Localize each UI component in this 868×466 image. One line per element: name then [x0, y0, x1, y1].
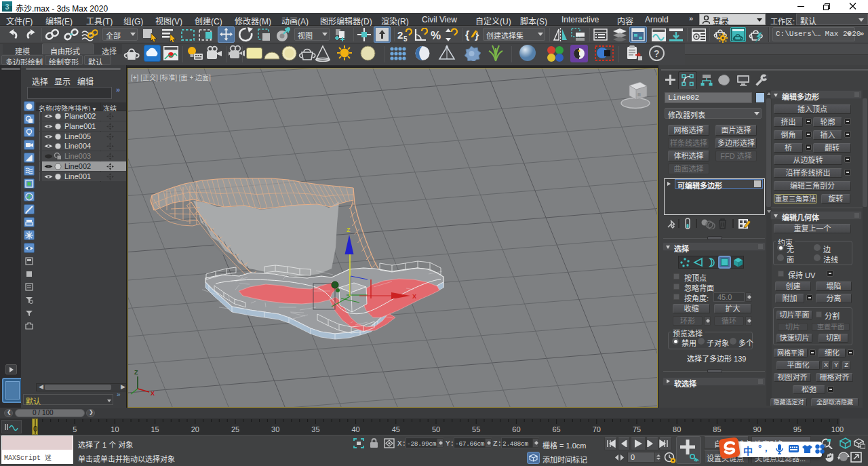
svg-text:50: 50: [432, 425, 440, 433]
svg-text:?: ?: [654, 48, 660, 59]
svg-text:前: 前: [637, 92, 641, 96]
svg-text:5: 5: [403, 35, 408, 42]
svg-text:100: 100: [831, 425, 844, 433]
svg-text:Z: Z: [347, 227, 351, 233]
svg-text:30: 30: [271, 425, 279, 433]
svg-text:Z: Z: [134, 369, 138, 376]
svg-text:60: 60: [512, 425, 520, 433]
svg-text:2: 2: [397, 29, 403, 41]
svg-text:70: 70: [593, 425, 601, 433]
svg-text:X: X: [151, 390, 155, 397]
svg-text:35: 35: [311, 425, 319, 433]
svg-text:10: 10: [111, 425, 119, 433]
svg-text:55: 55: [472, 425, 480, 433]
svg-text:95: 95: [793, 425, 802, 433]
svg-text:5: 5: [73, 425, 77, 433]
svg-text:75: 75: [633, 425, 641, 433]
svg-text:85: 85: [713, 425, 721, 433]
svg-text:40: 40: [351, 425, 359, 433]
svg-text:15: 15: [151, 425, 159, 433]
svg-text:45: 45: [392, 425, 400, 433]
svg-text:3: 3: [5, 3, 9, 11]
svg-text:80: 80: [673, 425, 681, 433]
svg-text:%: %: [431, 29, 441, 42]
svg-text:90: 90: [753, 425, 761, 433]
svg-text:20: 20: [191, 425, 199, 433]
svg-text:25: 25: [231, 425, 239, 433]
svg-text:65: 65: [552, 425, 560, 433]
svg-text:{: {: [465, 29, 469, 41]
svg-text:X: X: [412, 293, 416, 300]
